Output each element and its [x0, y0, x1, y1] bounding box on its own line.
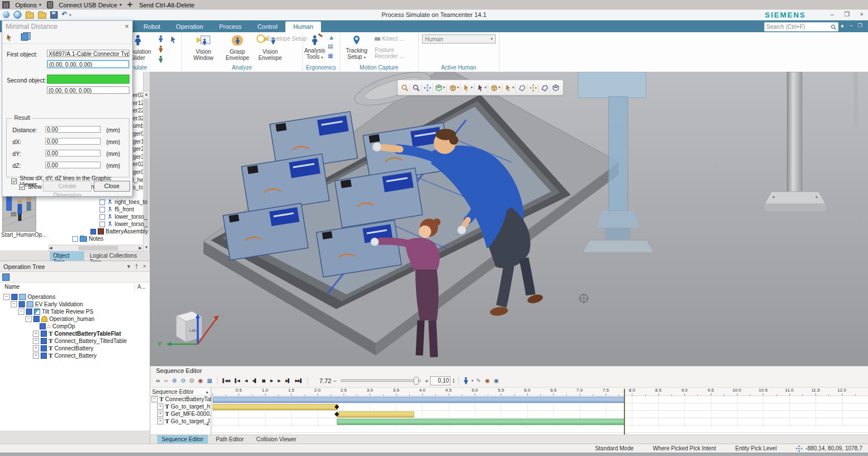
select-tool-icon[interactable]: ▾: [476, 83, 489, 93]
step-spinner[interactable]: ▲▼: [452, 378, 455, 384]
first-object-coords[interactable]: (0.00, 0.00, 0.00): [47, 60, 129, 68]
zoom-area-icon[interactable]: [400, 83, 410, 93]
object-tree-item[interactable]: Notes: [72, 236, 103, 242]
jump-to-end-icon[interactable]: ▶▌: [284, 379, 292, 383]
operation-checkbox-icon[interactable]: [19, 301, 25, 307]
jump-to-start-icon[interactable]: ▌◀: [233, 379, 241, 383]
expand-icon[interactable]: +: [33, 338, 39, 344]
expand-icon[interactable]: +: [157, 411, 163, 417]
gantt-timeline[interactable]: 0.51.01.52.02.53.03.54.04.55.05.56.06.57…: [211, 388, 868, 435]
options-menu[interactable]: Options▾: [13, 2, 44, 8]
object-tree-item[interactable]: lower_torso_: [99, 221, 147, 227]
close-button[interactable]: ×: [860, 11, 863, 18]
play-backward-icon[interactable]: ◀: [243, 379, 249, 383]
operation-thumbnail[interactable]: [2, 191, 36, 232]
operation-checkbox-icon[interactable]: [11, 294, 18, 300]
tree-checkbox-icon[interactable]: [99, 199, 105, 205]
dialog-title-bar[interactable]: Minimal Distance ×: [2, 21, 132, 32]
object-tree-item[interactable]: BatteryAssembly: [90, 228, 148, 234]
result-value-input[interactable]: 0.00: [45, 126, 101, 133]
object-tree-item[interactable]: lower_torso_: [99, 214, 147, 220]
active-human-select[interactable]: Human▾: [422, 34, 496, 44]
minimize-viewer-icon[interactable]: –: [850, 23, 853, 28]
expand-icon[interactable]: +: [157, 418, 163, 424]
tab-collision-viewer[interactable]: Collision Viewer: [251, 435, 301, 444]
record-icon[interactable]: ◉: [484, 377, 491, 385]
ergonomics-grid-icon[interactable]: ▦: [328, 53, 333, 59]
create-dimension-button[interactable]: Create Dimension: [43, 181, 92, 192]
object-tree-item[interactable]: right_toes_to: [99, 199, 147, 205]
operation-tree-item[interactable]: +TConnect_Battery: [33, 352, 97, 359]
tree-item-clipped[interactable]: er02: [133, 161, 144, 167]
human-swim-icon[interactable]: [157, 55, 164, 63]
menu-grid-icon[interactable]: [2, 1, 10, 8]
operation-checkbox-icon[interactable]: [41, 338, 47, 344]
display-mode-icon[interactable]: ▾: [448, 83, 461, 93]
human-posture-icon[interactable]: [157, 34, 164, 42]
copy-result-icon[interactable]: [21, 33, 28, 41]
tree-scroll-down-icon[interactable]: ▼: [206, 423, 210, 427]
collapse-icon[interactable]: −: [18, 309, 24, 315]
tab-path-editor[interactable]: Path Editor: [211, 435, 248, 444]
step-forward-icon[interactable]: ▶: [268, 379, 274, 383]
ergonomics-chart-icon[interactable]: ▲: [328, 34, 335, 41]
collapse-icon[interactable]: −: [11, 301, 17, 307]
result-value-input[interactable]: 0.00: [45, 150, 101, 157]
close-button[interactable]: Close: [94, 181, 130, 192]
slider-thumb[interactable]: [414, 377, 419, 385]
ribbon-tab-robot[interactable]: Robot: [136, 21, 168, 32]
minimize-button[interactable]: –: [831, 11, 834, 18]
posture-recorder-button[interactable]: Posture Recorder ...: [375, 47, 418, 59]
second-object-coords[interactable]: (0.00, 0.00, 0.00): [47, 86, 129, 94]
connect-usb-menu[interactable]: Connect USB Device▾: [57, 2, 124, 8]
column-sort-icon[interactable]: ▲: [205, 390, 209, 394]
pin-icon[interactable]: †: [134, 263, 138, 270]
skip-to-end-icon[interactable]: ▶▶▌: [293, 379, 304, 383]
view-orientation-icon[interactable]: ▾: [434, 83, 447, 93]
panel-menu-icon[interactable]: ▾: [127, 263, 131, 270]
collapse-icon[interactable]: −: [3, 294, 10, 300]
gantt-bar-green[interactable]: [337, 419, 626, 425]
tree-item-clipped[interactable]: er22: [133, 107, 144, 114]
tree-checkbox-icon[interactable]: [90, 229, 96, 234]
analysis-tools-button[interactable]: Analysis Tools ▾: [302, 34, 327, 60]
snapshot-icon[interactable]: ◉: [493, 377, 500, 385]
rotate-view-icon[interactable]: [528, 83, 539, 93]
operation-tree-item[interactable]: −EV Early Validation: [11, 301, 83, 308]
operation-checkbox-icon[interactable]: [41, 353, 47, 359]
operation-tree-item[interactable]: +TConnect_Battery_TiltedTable: [33, 337, 127, 345]
object-tree-hscrollbar[interactable]: ◀ ▶: [49, 245, 142, 251]
edit-sequence-icon[interactable]: ✎: [475, 377, 482, 385]
pick-level-icon[interactable]: ▾: [489, 83, 502, 93]
operation-checkbox-icon[interactable]: [26, 309, 32, 315]
unlink-icon[interactable]: ∞: [163, 377, 169, 385]
result-value-input[interactable]: 0.00: [45, 162, 101, 168]
tab-object-tree[interactable]: Object Tree: [50, 251, 84, 260]
second-object-input[interactable]: [47, 75, 129, 84]
timeline-ruler[interactable]: 0.51.01.52.02.53.03.54.04.55.05.56.06.57…: [211, 388, 868, 396]
operation-tree-item[interactable]: −Operations: [3, 293, 55, 301]
tree-checkbox-icon[interactable]: [99, 214, 105, 220]
tree-checkbox-icon[interactable]: [99, 222, 105, 227]
dialog-close-icon[interactable]: ×: [125, 23, 129, 31]
search-input[interactable]: Search (Ctrl+F): [764, 22, 839, 32]
close-panel-icon[interactable]: ×: [143, 263, 146, 270]
fit-view-icon[interactable]: [423, 83, 433, 93]
sequence-tree-item[interactable]: +TGet_MFE-0000...: [150, 410, 211, 418]
current-time-marker[interactable]: [624, 389, 625, 435]
tree-item-clipped[interactable]: er02: [133, 92, 144, 98]
kinect-button[interactable]: Kinect ...: [375, 36, 404, 42]
step-backward-icon[interactable]: ◀▌: [250, 379, 258, 383]
sequence-column-header[interactable]: Sequence Editor ▲: [150, 388, 211, 396]
gantt-bar-blue[interactable]: [212, 397, 625, 403]
ergonomics-report-icon[interactable]: ▤: [328, 43, 333, 49]
object-tree-item[interactable]: f5_front: [99, 206, 134, 212]
zoom-out-icon[interactable]: ⊖: [180, 377, 186, 385]
tree-checkbox-icon[interactable]: [99, 207, 105, 212]
tracking-setup-button[interactable]: Tracking Setup ▾: [342, 34, 371, 60]
status-item[interactable]: Standard Mode: [595, 445, 633, 451]
operation-tree-item[interactable]: −Tilt Table Review PS: [18, 308, 93, 315]
scroll-down-icon[interactable]: ▼: [144, 244, 149, 251]
pick-intent-icon[interactable]: ▾: [462, 83, 475, 93]
tree-checkbox-icon[interactable]: [72, 236, 78, 242]
